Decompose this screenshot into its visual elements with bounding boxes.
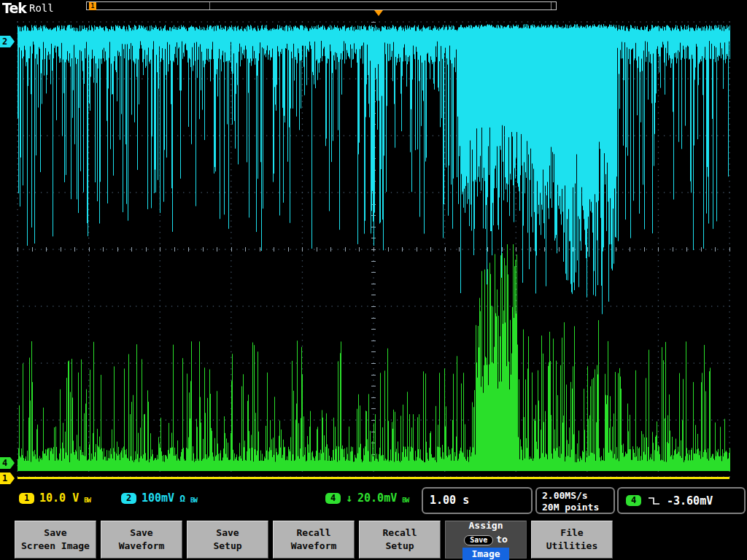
record-length-value: 20M points xyxy=(542,502,614,513)
button-label: Save xyxy=(187,526,268,540)
record-view-channel-flag: 1 xyxy=(89,2,96,10)
offset-arrow-icon: ↓ xyxy=(346,491,352,505)
button-label: Utilities xyxy=(532,540,612,553)
channel-1-badge: 1 xyxy=(19,493,34,504)
file-utilities-button[interactable]: File Utilities xyxy=(531,521,613,559)
channel-4-scale: 20.0mV xyxy=(357,491,397,505)
assign-save-button[interactable]: Assign Saveto Image xyxy=(445,521,527,559)
button-label: Setup xyxy=(187,540,268,553)
sample-rate-value: 2.00MS/s xyxy=(542,490,614,502)
channel-4-readout[interactable]: 4 ↓ 20.0mV BW xyxy=(325,491,409,505)
save-screen-image-button[interactable]: Save Screen Image xyxy=(15,521,96,559)
save-setup-button[interactable]: Save Setup xyxy=(187,521,268,559)
impedance-icon: Ω xyxy=(179,493,185,504)
channel-2-readout[interactable]: 2 100mV Ω BW xyxy=(121,491,197,505)
button-label: Setup xyxy=(360,540,440,553)
tek-logo: Tek xyxy=(2,0,26,16)
trigger-slope-falling-icon xyxy=(648,495,660,506)
channel-4-badge: 4 xyxy=(325,493,341,504)
button-label: to xyxy=(496,534,508,545)
button-label: File xyxy=(532,526,612,540)
channel-2-badge: 2 xyxy=(121,493,136,504)
waveform-display xyxy=(0,0,747,560)
menu-bar: Save Screen Image Save Waveform Save Set… xyxy=(0,519,747,560)
button-label: Save xyxy=(101,526,182,540)
oscilloscope-screen: Tek Roll 1 2 4 1 1 10.0 V BW 2 100mV Ω B… xyxy=(0,0,747,560)
trigger-source-badge: 4 xyxy=(626,495,641,506)
button-label: Screen Image xyxy=(15,540,96,553)
status-bar: 1 10.0 V BW 2 100mV Ω BW 4 ↓ 20.0mV BW 1… xyxy=(0,486,747,518)
button-label: Recall xyxy=(360,526,440,540)
button-label: Waveform xyxy=(101,540,182,553)
timebase-value: 1.00 s xyxy=(430,494,469,507)
bandwidth-icon: BW xyxy=(402,497,409,505)
channel-1-readout[interactable]: 1 10.0 V BW xyxy=(19,491,90,505)
record-view-bar: 1 xyxy=(86,1,557,10)
recall-waveform-button[interactable]: Recall Waveform xyxy=(273,521,355,559)
trigger-level-value: -3.60mV xyxy=(667,494,713,508)
button-label: Recall xyxy=(274,526,354,540)
recall-setup-button[interactable]: Recall Setup xyxy=(359,521,441,559)
button-label: Waveform xyxy=(274,540,354,553)
record-view-tick xyxy=(551,2,551,9)
trigger-position-icon xyxy=(374,10,383,16)
button-label: Save xyxy=(15,526,96,540)
button-label: Assign xyxy=(446,519,526,532)
assign-target-value: Image xyxy=(462,548,508,560)
bandwidth-icon: BW xyxy=(190,497,197,505)
acquisition-mode-label: Roll xyxy=(29,2,54,14)
button-label: Saveto xyxy=(446,533,526,546)
save-waveform-button[interactable]: Save Waveform xyxy=(101,521,182,559)
bandwidth-icon: BW xyxy=(84,497,90,505)
record-view-tick xyxy=(209,2,210,9)
channel-1-scale: 10.0 V xyxy=(39,491,79,505)
timebase-readout[interactable]: 1.00 s xyxy=(422,487,533,514)
channel-2-scale: 100mV xyxy=(142,491,174,505)
acquisition-readout[interactable]: 2.00MS/s 20M points xyxy=(535,487,615,514)
save-chip: Save xyxy=(464,535,493,545)
trigger-readout[interactable]: 4 -3.60mV xyxy=(617,487,746,514)
